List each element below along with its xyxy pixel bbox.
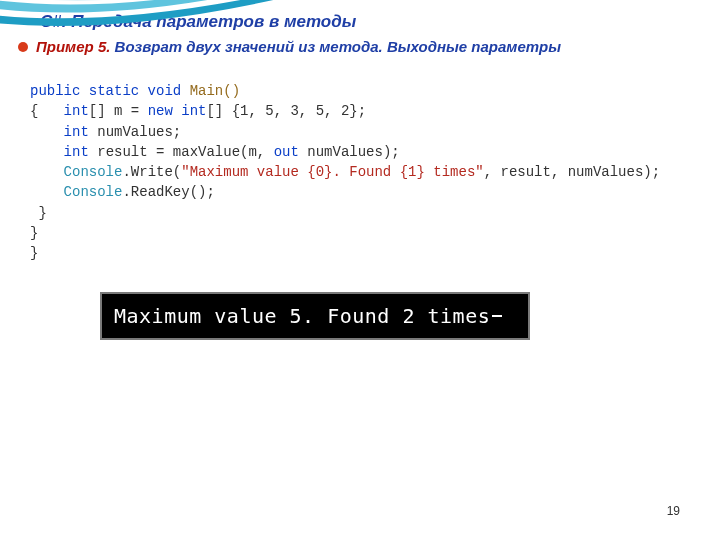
- page-number: 19: [667, 504, 680, 518]
- subtitle-row: Пример 5. Возврат двух значений из метод…: [0, 32, 720, 55]
- console-output: Maximum value 5. Found 2 times: [100, 292, 530, 340]
- slide-subtitle: Пример 5. Возврат двух значений из метод…: [36, 38, 561, 55]
- code-block: public static void Main() { int[] m = ne…: [30, 81, 720, 264]
- bullet-icon: [18, 42, 28, 52]
- cursor-icon: [492, 315, 502, 317]
- console-text: Maximum value 5. Found 2 times: [114, 304, 490, 328]
- slide-title: C#. Передача параметров в методы: [40, 12, 720, 32]
